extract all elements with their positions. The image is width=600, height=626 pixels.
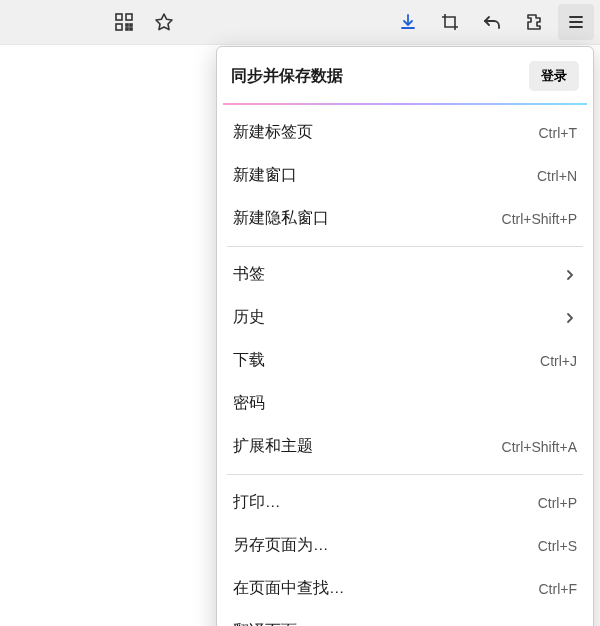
shortcut: Ctrl+P	[538, 495, 577, 511]
menu-item-label: 历史	[233, 307, 265, 328]
svg-rect-4	[130, 24, 132, 26]
svg-rect-6	[130, 28, 132, 30]
menu-item-label: 打印…	[233, 492, 281, 513]
menu-downloads[interactable]: 下载 Ctrl+J	[217, 339, 593, 382]
menu-item-label: 书签	[233, 264, 265, 285]
menu-extensions-themes[interactable]: 扩展和主题 Ctrl+Shift+A	[217, 425, 593, 468]
menu-sync-row[interactable]: 同步并保存数据 登录	[217, 47, 593, 103]
menu-print[interactable]: 打印… Ctrl+P	[217, 481, 593, 524]
undo-icon[interactable]	[474, 4, 510, 40]
qr-icon[interactable]	[106, 4, 142, 40]
chevron-right-icon	[563, 311, 577, 325]
menu-item-label: 翻译页面	[233, 621, 297, 626]
menu-new-tab[interactable]: 新建标签页 Ctrl+T	[217, 111, 593, 154]
svg-rect-2	[116, 24, 122, 30]
shortcut: Ctrl+J	[540, 353, 577, 369]
menu-item-label: 扩展和主题	[233, 436, 313, 457]
shortcut: Ctrl+Shift+A	[502, 439, 577, 455]
extensions-icon[interactable]	[516, 4, 552, 40]
download-icon[interactable]	[390, 4, 426, 40]
gradient-separator	[223, 103, 587, 105]
svg-rect-5	[126, 28, 128, 30]
separator	[227, 474, 583, 475]
sync-title: 同步并保存数据	[231, 66, 343, 87]
menu-item-label: 下载	[233, 350, 265, 371]
menu-item-label: 密码	[233, 393, 265, 414]
menu-bookmarks[interactable]: 书签	[217, 253, 593, 296]
menu-item-label: 新建标签页	[233, 122, 313, 143]
shortcut: Ctrl+N	[537, 168, 577, 184]
hamburger-icon[interactable]	[558, 4, 594, 40]
menu-item-label: 另存页面为…	[233, 535, 329, 556]
toolbar-right	[390, 4, 594, 40]
menu-translate-page[interactable]: 翻译页面	[217, 610, 593, 626]
separator	[227, 246, 583, 247]
menu-new-window[interactable]: 新建窗口 Ctrl+N	[217, 154, 593, 197]
svg-rect-1	[126, 14, 132, 20]
app-menu: 同步并保存数据 登录 新建标签页 Ctrl+T 新建窗口 Ctrl+N 新建隐私…	[216, 46, 594, 626]
menu-passwords[interactable]: 密码	[217, 382, 593, 425]
menu-history[interactable]: 历史	[217, 296, 593, 339]
menu-item-label: 在页面中查找…	[233, 578, 345, 599]
shortcut: Ctrl+F	[539, 581, 578, 597]
toolbar	[0, 0, 600, 44]
svg-rect-3	[126, 24, 128, 26]
svg-rect-0	[116, 14, 122, 20]
shortcut: Ctrl+S	[538, 538, 577, 554]
shortcut: Ctrl+Shift+P	[502, 211, 577, 227]
chevron-right-icon	[563, 268, 577, 282]
login-button[interactable]: 登录	[529, 61, 579, 91]
menu-item-label: 新建窗口	[233, 165, 297, 186]
shortcut: Ctrl+T	[539, 125, 578, 141]
star-icon[interactable]	[146, 4, 182, 40]
screenshot-icon[interactable]	[432, 4, 468, 40]
menu-item-label: 新建隐私窗口	[233, 208, 329, 229]
menu-save-as[interactable]: 另存页面为… Ctrl+S	[217, 524, 593, 567]
menu-find-in-page[interactable]: 在页面中查找… Ctrl+F	[217, 567, 593, 610]
menu-new-private-window[interactable]: 新建隐私窗口 Ctrl+Shift+P	[217, 197, 593, 240]
